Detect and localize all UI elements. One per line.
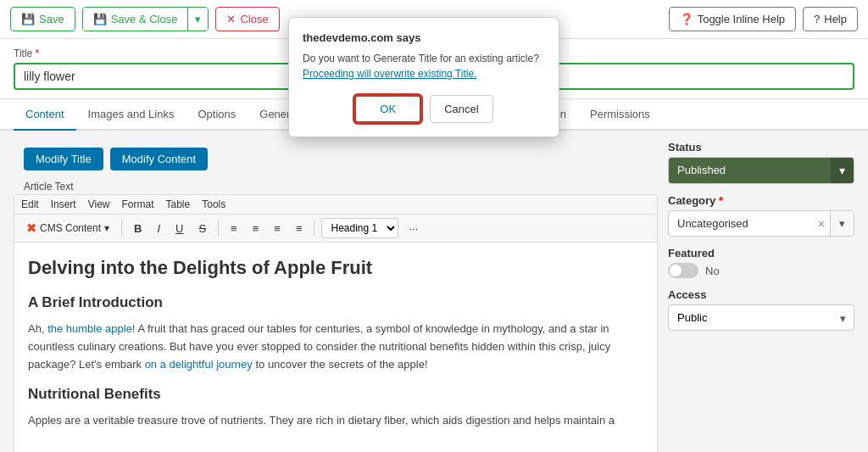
dialog-title: thedevdemo.com says <box>303 31 545 44</box>
dialog: thedevdemo.com says Do you want to Gener… <box>288 17 559 137</box>
dialog-buttons: OK Cancel <box>303 95 545 123</box>
dialog-cancel-button[interactable]: Cancel <box>430 95 492 123</box>
dialog-overlay: thedevdemo.com says Do you want to Gener… <box>0 0 868 452</box>
dialog-ok-button[interactable]: OK <box>354 95 421 123</box>
dialog-link[interactable]: Proceeding will overwrite existing Title… <box>303 68 476 80</box>
dialog-message: Do you want to Generate Title for an exi… <box>303 51 545 81</box>
